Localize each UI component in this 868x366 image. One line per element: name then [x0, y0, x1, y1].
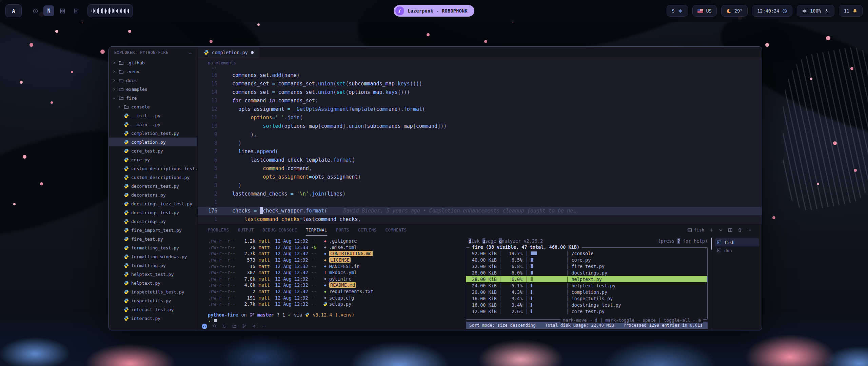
explorer-item-fire_test.py[interactable]: fire_test.py	[109, 235, 197, 243]
dua-row-helptext.py[interactable]: 28.00 KiB│6.0%││helptext.py	[466, 276, 707, 282]
workspace-disc[interactable]	[30, 5, 41, 16]
panel-tab-terminal[interactable]: TERMINAL	[306, 224, 327, 236]
code-line[interactable]: 176 checks = check_wrapper.format(David …	[198, 207, 762, 215]
split-terminal-icon[interactable]	[728, 228, 733, 232]
dua-row-fire_test.py[interactable]: 32.00 KiB│6.8%││fire_test.py	[466, 263, 707, 269]
launcher-button[interactable]: A	[5, 4, 22, 17]
panel-tab-gitlens[interactable]: GITLENS	[358, 224, 377, 236]
clock-widget[interactable]: 12:40:24	[752, 5, 792, 17]
terminal-session-fish[interactable]: fish	[715, 238, 759, 246]
code-line[interactable]: 11 options=' '.join(	[198, 114, 762, 122]
dua-row-core.py[interactable]: 40.00 KiB│8.5%││core.py	[466, 257, 707, 263]
panel-tab-problems[interactable]: PROBLEMS	[208, 224, 229, 236]
explorer-item-fire[interactable]: fire	[109, 94, 197, 102]
explorer-item-custom_descriptions.py[interactable]: custom_descriptions.py	[109, 173, 197, 182]
explorer-item-helptext_test.py[interactable]: helptext_test.py	[109, 270, 197, 279]
explorer-item-fire_import_test.py[interactable]: fire_import_test.py	[109, 226, 197, 235]
gear-icon[interactable]	[252, 324, 256, 328]
explorer-item-formatting_windows.py[interactable]: formatting_windows.py	[109, 252, 197, 261]
code-line[interactable]: 14 commands_set = commands_set.union(set…	[198, 88, 762, 97]
explorer-item-helptext.py[interactable]: helptext.py	[109, 279, 197, 287]
explorer-item-formatting.py[interactable]: formatting.py	[109, 261, 197, 270]
workspace-active[interactable]: N	[43, 5, 54, 16]
code-line[interactable]: 10 sorted(options_map[command].union(sub…	[198, 122, 762, 130]
code-line[interactable]: 16 commands_set.add(name)	[198, 71, 762, 80]
code-line[interactable]: 4 opts_assignment=opts_assignment)	[198, 173, 762, 181]
explorer-item-__init__.py[interactable]: __init__.py	[109, 111, 197, 120]
weather-widget[interactable]: 29°	[721, 5, 748, 17]
explorer-item-completion.py[interactable]: completion.py	[109, 138, 197, 146]
more-icon[interactable]	[262, 324, 266, 328]
explorer-item-core.py[interactable]: core.py	[109, 155, 197, 164]
explorer-item-docs[interactable]: docs	[109, 76, 197, 85]
shell-prompt-input[interactable]: ›	[208, 318, 465, 322]
code-line[interactable]: 9 ),	[198, 130, 762, 139]
editor-tab-completion-py[interactable]: completion.py	[198, 47, 260, 58]
panel-tab-comments[interactable]: COMMENTS	[386, 224, 407, 236]
code-line[interactable]: 13 for command in commands_set:	[198, 97, 762, 105]
explorer-item-core_test.py[interactable]: core_test.py	[109, 146, 197, 155]
breadcrumb[interactable]: no elements	[198, 58, 762, 67]
explorer-item-docstrings.py[interactable]: docstrings.py	[109, 217, 197, 226]
panel-tab-debug-console[interactable]: DEBUG CONSOLE	[263, 224, 297, 236]
dua-row-docstrings_test.py[interactable]: 16.00 KiB│3.4%││docstrings_test.py	[466, 302, 707, 308]
code-line[interactable]: 8 )	[198, 139, 762, 147]
explorer-item-completion_test.py[interactable]: completion_test.py	[109, 129, 197, 138]
explorer-item-decorators.py[interactable]: decorators.py	[109, 190, 197, 199]
explorer-item-interact.py[interactable]: interact.py	[109, 314, 197, 323]
dua-row-docstrings.py[interactable]: 28.00 KiB│6.0%││docstrings.py	[466, 269, 707, 276]
dua-row-completion.py[interactable]: 20.00 KiB│4.3%││completion.py	[466, 289, 707, 295]
explorer-item-decorators_test.py[interactable]: decorators_test.py	[109, 182, 197, 190]
kill-terminal-icon[interactable]	[737, 228, 742, 232]
terminal-pane-fish[interactable]: .rw-r--r--1.2kmatt12 Aug 12:32--◆.gitign…	[198, 236, 465, 330]
code-line[interactable]: 3 )	[198, 181, 762, 190]
panel-tab-output[interactable]: OUTPUT	[238, 224, 254, 236]
remote-indicator[interactable]	[202, 324, 207, 329]
explorer-more-actions-icon[interactable]: …	[189, 50, 192, 55]
code-line[interactable]: 15 commands_set = commands_set.union(set…	[198, 80, 762, 88]
dua-row-core_test.py[interactable]: 12.00 KiB│2.6%││core_test.py	[466, 308, 707, 314]
explorer-item-interact_test.py[interactable]: interact_test.py	[109, 305, 197, 314]
code-line[interactable]: 5 command=command,	[198, 164, 762, 173]
explorer-item-__main__.py[interactable]: __main__.py	[109, 120, 197, 129]
code-line[interactable]: 6 lastcommand_check_template.format(	[198, 156, 762, 164]
explorer-item-docstrings_test.py[interactable]: docstrings_test.py	[109, 208, 197, 217]
panel-tab-ports[interactable]: PORTS	[336, 224, 349, 236]
explorer-item-docstrings_fuzz_test.py[interactable]: docstrings_fuzz_test.py	[109, 199, 197, 208]
dua-row-inspectutils.py[interactable]: 16.00 KiB│3.4%││inspectutils.py	[466, 295, 707, 302]
keyboard-layout-widget[interactable]: US	[692, 5, 717, 17]
workspace-grid[interactable]	[57, 5, 68, 16]
code-line[interactable]: 12 opts_assignment = _GetOptsAssignmentT…	[198, 105, 762, 114]
dua-row-console[interactable]: 92.00 KiB│19.7%││/console	[466, 250, 707, 257]
search-icon[interactable]	[213, 324, 217, 328]
code-line[interactable]: 1	[198, 198, 762, 207]
terminal-pane-dua[interactable]: disk usage analyzer v2.29.2 (press ? for…	[465, 236, 711, 330]
code-line[interactable]: 17 """	[198, 67, 762, 71]
explorer-item-.venv[interactable]: .venv	[109, 67, 197, 76]
terminal-profile-selector[interactable]: fish	[687, 227, 704, 232]
explorer-item-formatting_test.py[interactable]: formatting_test.py	[109, 243, 197, 252]
workspace-files[interactable]	[71, 5, 81, 16]
explorer-item-console[interactable]: console	[109, 102, 197, 111]
folder-icon[interactable]	[232, 324, 237, 328]
panel-more-icon[interactable]	[747, 228, 752, 232]
code-editor[interactable]: 17 """16 commands_set.add(name)15 comman…	[198, 67, 762, 224]
explorer-item-inspectutils.py[interactable]: inspectutils.py	[109, 296, 197, 305]
explorer-item-examples[interactable]: examples	[109, 85, 197, 94]
sync-icon[interactable]	[222, 324, 227, 328]
branch-icon[interactable]	[242, 324, 246, 328]
explorer-item-custom_descriptions_test...[interactable]: custom_descriptions_test...	[109, 164, 197, 173]
volume-widget[interactable]: 100%	[797, 5, 834, 17]
dua-row-helptext_test.py[interactable]: 24.00 KiB│5.1%││helptext_test.py	[466, 282, 707, 289]
chevron-down-icon[interactable]	[718, 228, 723, 232]
now-playing-pill[interactable]: Lazerpunk - ROBOPHONK	[394, 5, 474, 17]
explorer-item-.github[interactable]: .github	[109, 58, 197, 67]
explorer-item-inspectutils_test.py[interactable]: inspectutils_test.py	[109, 287, 197, 296]
notifications-widget[interactable]: 11	[839, 5, 863, 17]
code-line[interactable]: 7 lines.append(	[198, 147, 762, 156]
code-line[interactable]: 2 lastcommand_checks = '\n'.join(lines)	[198, 190, 762, 198]
code-line[interactable]: 1 lastcommand_checks=lastcommand_checks,	[198, 215, 762, 224]
updates-widget[interactable]: 9	[667, 5, 688, 17]
terminal-session-dua[interactable]: dua	[715, 246, 759, 255]
new-terminal-icon[interactable]	[709, 228, 714, 232]
